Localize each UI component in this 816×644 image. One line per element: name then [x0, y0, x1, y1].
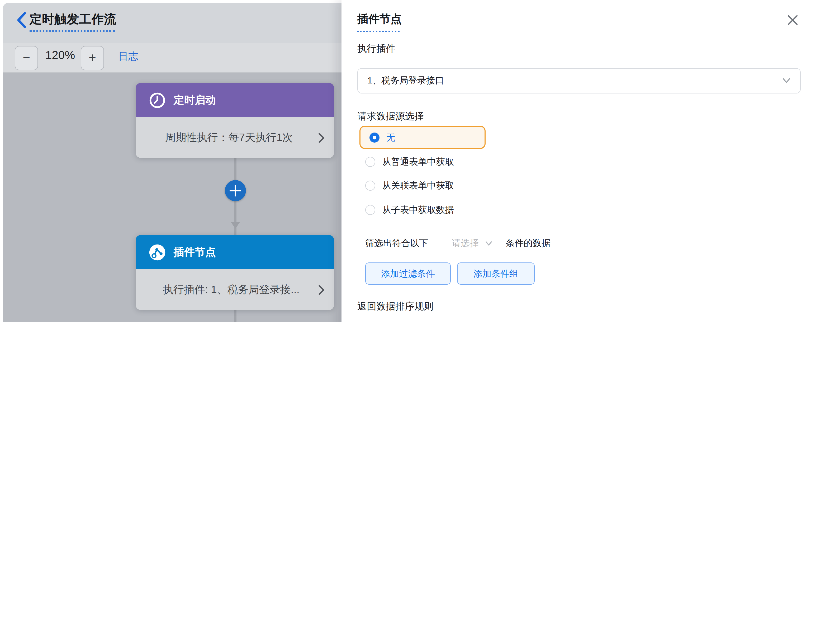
flow-arrow-icon [231, 222, 240, 228]
plugin-select[interactable]: 1、税务局登录接口 [357, 68, 801, 94]
plugin-icon [149, 244, 166, 261]
plugin-config-panel: 插件节点 执行插件 1、税务局登录接口 请求数据源选择 无 从普通表单中获取 [341, 0, 816, 322]
node-timer: 定时启动 周期性执行：每7天执行1次 [136, 83, 334, 158]
datasource-option-label: 从普通表单中获取 [382, 156, 454, 168]
datasource-option-linked-form[interactable]: 从关联表单中获取 [365, 179, 454, 192]
exec-plugin-label: 执行插件 [357, 42, 395, 55]
add-filter-condition-button[interactable]: 添加过滤条件 [365, 262, 451, 285]
back-button[interactable] [16, 12, 28, 29]
datasource-option-label: 从子表中获取数据 [382, 204, 454, 216]
page-title-underline [29, 30, 115, 32]
chevron-right-icon [318, 132, 325, 143]
node-plugin-1: 插件节点 执行插件: 1、税务局登录接... [136, 235, 334, 310]
page-title: 定时触发工作流 [29, 11, 116, 28]
zoom-in-button[interactable]: + [81, 46, 104, 70]
node-plugin-1-header[interactable]: 插件节点 [136, 235, 334, 269]
filter-prefix: 筛选出符合以下 [365, 237, 428, 249]
zoom-level: 120% [44, 49, 77, 62]
datasource-option-label: 从关联表单中获取 [382, 179, 454, 192]
canvas-toolbar: − 120% + 日志 [3, 43, 341, 73]
clock-icon [149, 92, 166, 109]
node-plugin-1-body[interactable]: 执行插件: 1、税务局登录接... [136, 269, 334, 310]
zoom-out-button[interactable]: − [15, 46, 38, 70]
add-condition-group-button[interactable]: 添加条件组 [457, 262, 535, 285]
node-title: 插件节点 [174, 245, 216, 259]
chevron-down-icon [782, 78, 791, 83]
close-panel-button[interactable] [787, 14, 799, 26]
filter-condition-select[interactable]: 请选择 [452, 237, 479, 249]
chevron-down-icon[interactable] [485, 241, 493, 246]
datasource-option-normal-form[interactable]: 从普通表单中获取 [365, 156, 454, 168]
radio-icon[interactable] [365, 157, 375, 167]
chevron-right-icon [318, 284, 325, 295]
datasource-option-subform[interactable]: 从子表中获取数据 [365, 204, 454, 216]
radio-selected-icon[interactable] [369, 132, 380, 142]
datasource-option-label: 无 [386, 131, 395, 143]
logs-link[interactable]: 日志 [118, 50, 138, 63]
node-body-text: 执行插件: 1、税务局登录接... [163, 282, 300, 297]
node-timer-header[interactable]: 定时启动 [136, 83, 334, 117]
radio-icon[interactable] [365, 181, 375, 191]
node-title: 定时启动 [174, 93, 216, 107]
panel-title-underline [357, 31, 400, 32]
radio-icon[interactable] [365, 205, 375, 215]
panel-title: 插件节点 [357, 12, 402, 26]
plugin-select-value: 1、税务局登录接口 [367, 74, 444, 87]
sort-rule-label: 返回数据排序规则 [357, 300, 433, 313]
filter-suffix: 条件的数据 [506, 237, 551, 249]
node-body-text: 周期性执行：每7天执行1次 [165, 130, 293, 145]
node-timer-body[interactable]: 周期性执行：每7天执行1次 [136, 117, 334, 158]
add-node-button[interactable] [225, 180, 246, 201]
plus-icon [230, 185, 241, 196]
close-icon [787, 14, 799, 26]
chevron-left-icon [16, 12, 28, 29]
app-root: 定时触发工作流 − 120% + 日志 定时启动 周期性执行：每7天执行1次 [0, 0, 816, 322]
datasource-label: 请求数据源选择 [357, 110, 424, 123]
datasource-option-none[interactable]: 无 [360, 126, 485, 149]
